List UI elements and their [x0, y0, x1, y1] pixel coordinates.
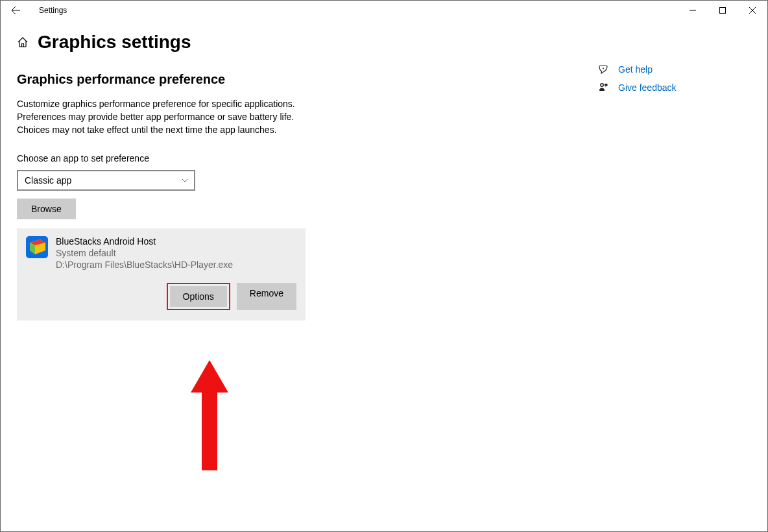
minimize-button[interactable] — [678, 1, 708, 20]
app-type-select[interactable]: Classic app — [17, 170, 195, 191]
get-help-link[interactable]: Get help — [618, 64, 653, 75]
give-feedback-row: Give feedback — [597, 82, 677, 93]
app-name-label: BlueStacks Android Host — [56, 236, 233, 247]
svg-marker-8 — [191, 360, 228, 470]
svg-point-6 — [601, 84, 604, 87]
page-header: Graphics settings — [17, 32, 419, 53]
minimize-icon — [690, 7, 696, 14]
chevron-down-icon — [181, 176, 189, 184]
section-description: Customize graphics performance preferenc… — [17, 97, 296, 136]
close-icon — [749, 7, 756, 14]
options-highlight: Options — [167, 283, 230, 310]
title-bar: Settings — [1, 1, 767, 20]
window-controls — [678, 1, 767, 20]
get-help-row: Get help — [597, 64, 677, 75]
main-content: Graphics settings Graphics performance p… — [17, 20, 419, 320]
section-heading: Graphics performance preference — [17, 72, 419, 87]
maximize-button[interactable] — [708, 1, 738, 20]
remove-button[interactable]: Remove — [237, 283, 296, 310]
svg-rect-0 — [720, 8, 726, 14]
red-arrow-icon — [191, 360, 228, 470]
app-entry-actions: Options Remove — [26, 283, 296, 310]
app-pref-label: System default — [56, 248, 233, 258]
arrow-left-icon — [10, 5, 21, 16]
app-entry-card: BlueStacks Android Host System default D… — [17, 228, 306, 320]
settings-window: Settings Graphics settings — [0, 0, 768, 532]
browse-button[interactable]: Browse — [17, 199, 76, 219]
app-picker-label: Choose an app to set preference — [17, 153, 419, 163]
app-path-label: D:\Program Files\BlueStacks\HD-Player.ex… — [56, 260, 233, 270]
feedback-icon — [597, 82, 609, 93]
options-button[interactable]: Options — [170, 286, 227, 307]
maximize-icon — [719, 7, 726, 14]
give-feedback-link[interactable]: Give feedback — [618, 82, 677, 93]
back-button[interactable] — [1, 1, 30, 20]
page-title: Graphics settings — [38, 32, 191, 53]
app-entry-row[interactable]: BlueStacks Android Host System default D… — [26, 236, 296, 270]
annotation-arrow — [191, 360, 228, 472]
app-entry-text: BlueStacks Android Host System default D… — [56, 236, 233, 270]
app-icon — [26, 236, 48, 258]
app-name: Settings — [39, 6, 67, 15]
side-panel: Get help Give feedback — [597, 64, 677, 101]
help-icon — [597, 64, 609, 75]
home-icon — [17, 36, 29, 48]
home-button[interactable] — [17, 36, 29, 48]
svg-rect-7 — [605, 84, 608, 86]
close-button[interactable] — [738, 1, 767, 20]
select-value: Classic app — [25, 175, 71, 186]
bluestacks-icon — [26, 236, 48, 258]
svg-point-5 — [603, 68, 604, 69]
